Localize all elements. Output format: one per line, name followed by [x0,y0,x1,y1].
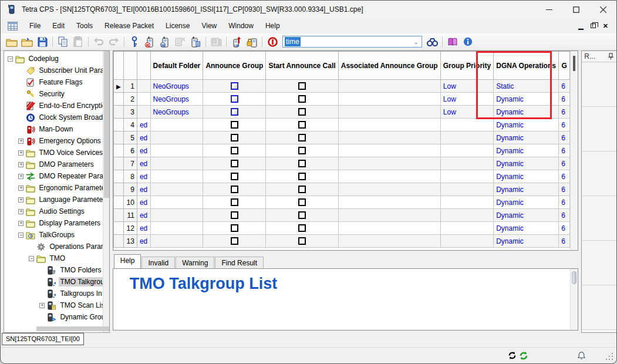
start-announce-call-cell[interactable] [266,196,338,209]
notification-bell-icon[interactable] [575,350,587,362]
tree-item-display-parameters[interactable]: +Display Parameters [4,217,103,229]
associated-announce-group-cell[interactable] [338,119,440,132]
row-number[interactable]: 12 [124,222,137,235]
column-header-Start Announce Call[interactable]: Start Announce Call [266,52,338,80]
open-codeplug-icon[interactable] [19,35,35,49]
announce-group-checkbox[interactable] [231,224,238,232]
row-indicator[interactable] [113,196,123,209]
default-folder-cell[interactable] [150,144,203,157]
associated-announce-group-cell[interactable] [338,144,440,157]
read-radio-icon[interactable]: R [142,35,157,49]
tree-item-codeplug[interactable]: −Codeplug [4,53,103,65]
expand-icon[interactable]: + [18,139,23,144]
chevron-down-icon[interactable]: ⌄ [414,39,422,45]
gssi-cell[interactable]: 6 [559,119,570,132]
row-number[interactable]: 6 [124,144,137,157]
group-priority-cell[interactable] [440,222,493,235]
group-priority-cell[interactable] [440,170,493,183]
talkgroup-name-cell[interactable] [137,80,150,93]
talkgroup-name-cell[interactable]: ed [137,209,150,222]
collapse-icon[interactable]: − [29,256,34,261]
announce-group-cell[interactable] [203,170,266,183]
expand-icon[interactable]: + [18,150,23,156]
tab-invalid[interactable]: Invalid [141,257,175,268]
default-folder-cell[interactable] [150,132,203,144]
dgna-operations-cell[interactable]: Dynamic [494,93,559,106]
mdi-close-button[interactable]: ✕ [603,23,608,29]
tree-item-end-to-end-encryption[interactable]: End-to-End Encryption [4,100,103,112]
tree-item-tmo[interactable]: −TMO [4,252,103,264]
gssi-cell[interactable]: 6 [559,196,570,209]
announce-group-cell[interactable] [203,80,266,93]
group-priority-cell[interactable] [440,183,493,196]
expand-icon[interactable]: + [18,197,23,203]
tree-item-security[interactable]: Security [4,88,103,100]
start-announce-call-checkbox[interactable] [298,134,306,141]
dgna-operations-cell[interactable]: Dynamic [494,235,559,248]
associated-announce-group-cell[interactable] [338,209,440,222]
row-number[interactable]: 13 [124,235,137,248]
tab-help[interactable]: Help [114,254,141,268]
announce-group-checkbox[interactable] [231,160,238,167]
associated-announce-group-cell[interactable] [338,222,440,235]
menu-file[interactable]: File [23,19,46,32]
start-announce-call-checkbox[interactable] [298,198,306,206]
expand-icon[interactable]: + [18,221,23,226]
default-folder-cell[interactable] [150,209,203,222]
tree-item-dynamic-group-n[interactable]: Dynamic Group N [4,311,103,323]
menu-window[interactable]: Window [222,19,259,32]
book-icon[interactable] [445,35,460,49]
associated-announce-group-cell[interactable] [338,183,440,196]
row-indicator[interactable] [113,222,123,235]
gssi-cell[interactable]: 6 [559,106,570,119]
minimize-button[interactable] [535,1,562,18]
announce-group-checkbox[interactable] [231,173,238,180]
row-number[interactable]: 8 [124,170,137,183]
tree-item-emergency-options[interactable]: +Emergency Options [4,135,103,147]
start-announce-call-cell[interactable] [266,93,338,106]
start-announce-call-checkbox[interactable] [298,121,306,129]
gssi-cell[interactable]: 6 [559,235,570,248]
row-indicator[interactable]: ▶ [113,80,123,93]
expand-icon[interactable]: + [18,209,23,214]
talkgroup-name-cell[interactable]: ed [137,119,150,132]
row-number[interactable]: 2 [124,93,137,106]
default-folder-cell[interactable] [150,183,203,196]
collapse-icon[interactable]: − [8,56,13,62]
default-folder-cell[interactable] [150,119,203,132]
row-indicator[interactable] [113,119,123,132]
talkgroup-name-cell[interactable]: ed [137,144,150,157]
about-icon[interactable] [460,35,476,49]
group-priority-cell[interactable] [440,235,493,248]
announce-group-cell[interactable] [203,183,266,196]
associated-announce-group-cell[interactable] [338,170,440,183]
talkgroup-name-cell[interactable]: ed [137,235,150,248]
announce-group-checkbox[interactable] [231,186,238,193]
associated-announce-group-cell[interactable] [338,93,440,106]
tree-item-dmo-repeater-parameter[interactable]: +DMO Repeater Parameter [4,170,103,182]
default-folder-cell[interactable]: NeoGroups [150,93,203,106]
start-announce-call-checkbox[interactable] [298,147,306,154]
group-priority-cell[interactable] [440,157,493,170]
search-input-value[interactable]: time [285,37,301,46]
column-header-blank[interactable] [124,52,137,80]
default-folder-cell[interactable] [150,170,203,183]
column-header-Group Priority[interactable]: Group Priority [440,52,493,80]
group-priority-cell[interactable] [440,119,493,132]
talkgroup-name-cell[interactable] [137,93,150,106]
row-indicator[interactable] [113,106,123,119]
tree-item-tmo-talkgroup-l[interactable]: TMO Talkgroup L [4,276,103,288]
talkgroup-name-cell[interactable]: ed [137,196,150,209]
expand-icon[interactable]: + [18,174,23,179]
tree-item-dmo-parameters[interactable]: +DMO Parameters [4,159,103,170]
write-radio-icon[interactable]: W [157,35,173,49]
associated-announce-group-cell[interactable] [338,132,440,144]
gssi-cell[interactable]: 6 [559,80,570,93]
announce-group-checkbox[interactable] [231,108,238,116]
gssi-cell[interactable]: 6 [559,157,570,170]
menu-release-packet[interactable]: Release Packet [99,19,160,32]
tree-item-feature-flags[interactable]: Feature Flags [4,76,103,88]
save-icon[interactable] [35,35,50,49]
dgna-operations-cell[interactable]: Static [494,80,559,93]
start-announce-call-cell[interactable] [266,80,338,93]
